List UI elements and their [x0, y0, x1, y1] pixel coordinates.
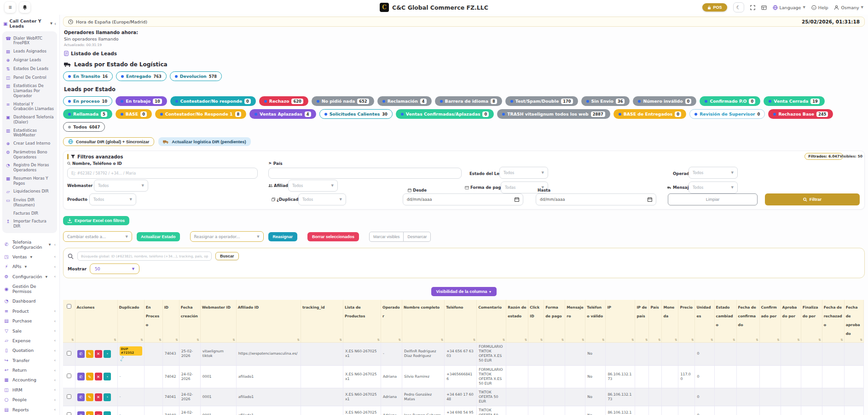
- sort-icon[interactable]: ⇅: [602, 338, 604, 342]
- lead-status-badge[interactable]: En trabajo 10: [116, 96, 167, 106]
- sort-icon[interactable]: ⇅: [503, 338, 505, 342]
- lead-status-badge[interactable]: Sin Envio 36: [581, 96, 630, 106]
- sort-icon[interactable]: ⇅: [399, 338, 401, 342]
- pos-button[interactable]: POS: [702, 3, 727, 12]
- sort-icon[interactable]: ⇅: [473, 338, 475, 342]
- sidebar-menu-item[interactable]: ▤ Reports ▼ ‹: [2, 404, 57, 414]
- column-header[interactable]: Duplicado ⇅: [117, 300, 144, 343]
- edit-button[interactable]: ✎: [86, 393, 93, 401]
- borrar-seleccionados-button[interactable]: Borrar seleccionados: [307, 232, 359, 241]
- sidebar-menu-item[interactable]: ○ People ▼ ‹: [2, 395, 57, 404]
- column-header[interactable]: Fecha de rechazado ⇅: [822, 300, 844, 343]
- edit-button[interactable]: ✎: [86, 350, 93, 358]
- lead-status-badge[interactable]: Confirmado P.O 0: [700, 96, 760, 106]
- reasignar-button[interactable]: Reasignar: [268, 232, 298, 241]
- name-filter-input[interactable]: [67, 168, 258, 179]
- select-all-checkbox[interactable]: [67, 304, 71, 309]
- sort-icon[interactable]: ⇅: [582, 338, 584, 342]
- call-button[interactable]: ✆: [77, 393, 85, 401]
- column-header[interactable]: Aprobado por ⇅: [781, 300, 801, 343]
- sort-icon[interactable]: ⇅: [377, 338, 380, 342]
- buscar-button[interactable]: Buscar: [215, 252, 239, 260]
- help-menu[interactable]: Help: [811, 5, 828, 10]
- sidebar-menu-item[interactable]: ▽ Sale ▼ ‹: [2, 326, 57, 335]
- global-search-input[interactable]: [77, 251, 212, 261]
- column-header[interactable]: Operador ⇅: [381, 300, 402, 343]
- logistics-status-badge[interactable]: Entregado 763: [116, 71, 167, 81]
- lead-status-badge[interactable]: Rechazo 620: [259, 96, 308, 106]
- sort-icon[interactable]: ⇅: [733, 338, 735, 342]
- lead-status-badge[interactable]: BASE 0: [116, 109, 152, 119]
- lead-status-badge[interactable]: Barrera de idioma 8: [435, 96, 502, 106]
- notifications-bell-button[interactable]: [19, 2, 30, 13]
- edit-button[interactable]: ✎: [86, 411, 93, 415]
- delete-button[interactable]: ✕: [95, 411, 102, 415]
- lead-status-badge[interactable]: Rechazos Base 245: [768, 109, 833, 119]
- sidebar-item[interactable]: ▭ Envíos DIR (Resumen): [4, 196, 55, 209]
- actualizar-logistica-button[interactable]: Actualizar logística DIR (pendientes): [158, 137, 250, 146]
- lead-status-badge[interactable]: No pidió nada 652: [312, 96, 374, 106]
- lead-status-badge[interactable]: BASE de Entregados 0: [613, 109, 686, 119]
- afiliado-select[interactable]: Todos▼: [288, 180, 338, 192]
- sidebar-item[interactable]: ⇅ Estados De Leads: [4, 64, 55, 73]
- export-excel-button[interactable]: Exportar Excel con filtros: [63, 216, 129, 225]
- row-checkbox[interactable]: [67, 412, 71, 415]
- sidebar-item[interactable]: ▦ Resumen Horas Y Pagos: [4, 174, 55, 187]
- column-header[interactable]: Afiliado ID ⇅: [236, 300, 301, 343]
- sidebar-item[interactable]: ☎ Dialer WebRTC FreePBX: [4, 34, 55, 47]
- sidebar-menu-item[interactable]: ⚡ APIs ▼ ‹: [2, 262, 57, 271]
- lead-status-badge[interactable]: Número inválido 0: [633, 96, 696, 106]
- sort-icon[interactable]: ⇅: [340, 338, 342, 342]
- column-header[interactable]: Precio ⇅: [678, 300, 695, 343]
- sort-icon[interactable]: ⇅: [297, 338, 299, 342]
- operador-select[interactable]: Todos▼: [689, 167, 738, 179]
- delete-button[interactable]: ✕: [95, 393, 102, 401]
- lead-status-badge[interactable]: Contestador/No Responde 1 8: [155, 109, 246, 119]
- reasignar-operador-select[interactable]: Reasignar a operador...▼: [190, 231, 264, 242]
- sidebar-menu-item[interactable]: ◫ HRM ▼ ‹: [2, 385, 57, 395]
- sort-icon[interactable]: ⇅: [140, 338, 143, 342]
- sidebar-menu-item[interactable]: ▯ Quotation ▼ ‹: [2, 345, 57, 355]
- column-header[interactable]: Confirmado por ⇅: [759, 300, 781, 343]
- sidebar-item[interactable]: ⊕ Crear Lead Interno: [4, 140, 55, 148]
- history-button[interactable]: ◔: [104, 393, 111, 401]
- estado-lead-select[interactable]: Todos▼: [499, 167, 548, 179]
- column-header[interactable]: tracking_id ⇅: [301, 300, 343, 343]
- sidebar-item[interactable]: ▱ Liquidaciones DIR: [4, 187, 55, 196]
- duplicate-badge[interactable]: -: [120, 395, 121, 399]
- sidebar-menu-item[interactable]: ↪ Transfer ▼ ‹: [2, 356, 57, 365]
- sidebar-menu-item[interactable]: ◔ Dashboard ▼ ‹: [2, 296, 57, 306]
- column-header[interactable]: Click ID ⇅: [528, 300, 544, 343]
- sidebar-item[interactable]: ↥ Importar Factura DIR: [4, 217, 55, 230]
- duplicate-badge[interactable]: -: [120, 374, 121, 379]
- sort-icon[interactable]: ⇅: [540, 338, 543, 342]
- delete-button[interactable]: ✕: [95, 350, 102, 358]
- mensajero-select[interactable]: Todos▼: [689, 181, 738, 193]
- lead-status-badge[interactable]: Reclamación 4: [377, 96, 432, 106]
- column-header[interactable]: ID ⇅: [162, 300, 179, 343]
- column-header[interactable]: Mensajero ⇅: [565, 300, 585, 343]
- sidebar-section-header[interactable]: ▣ Call Center Y Leads ▼ ‹: [2, 17, 57, 30]
- page-size-select[interactable]: 50▼: [90, 263, 139, 274]
- apps-button[interactable]: [761, 5, 767, 10]
- sidebar-item[interactable]: ▣ Dashboard Telefonía (Dialer): [4, 113, 55, 126]
- column-header[interactable]: IP de país ⇅: [635, 300, 649, 343]
- sort-icon[interactable]: ⇅: [645, 338, 648, 342]
- row-checkbox[interactable]: [67, 394, 71, 399]
- lead-status-badge[interactable]: Solicitudes Calientes 30: [319, 109, 393, 119]
- lead-status-badge[interactable]: Test/Spam/Double 170: [505, 96, 578, 106]
- edit-button[interactable]: ✎: [86, 373, 93, 380]
- lead-status-badge[interactable]: Venta Cerrada 19: [764, 96, 825, 106]
- lead-status-badge[interactable]: Ventas Confirmadas/Aplazadas 0: [396, 109, 494, 119]
- pais-filter-input[interactable]: [268, 168, 462, 179]
- row-checkbox[interactable]: [67, 374, 71, 378]
- column-header[interactable]: Razón de estado ⇅: [506, 300, 528, 343]
- column-header[interactable]: Teléfono ⇅: [445, 300, 477, 343]
- webmaster-select[interactable]: Todos▼: [94, 180, 148, 192]
- sidebar-item[interactable]: ⊕ Asignar Leads: [4, 56, 55, 64]
- row-checkbox[interactable]: [67, 351, 71, 356]
- sort-icon[interactable]: ⇅: [797, 338, 799, 342]
- logistics-status-badge[interactable]: En Transito 16: [63, 71, 113, 81]
- sidebar-item[interactable]: ◫ Panel De Control: [4, 73, 55, 82]
- call-button[interactable]: ✆: [77, 373, 85, 380]
